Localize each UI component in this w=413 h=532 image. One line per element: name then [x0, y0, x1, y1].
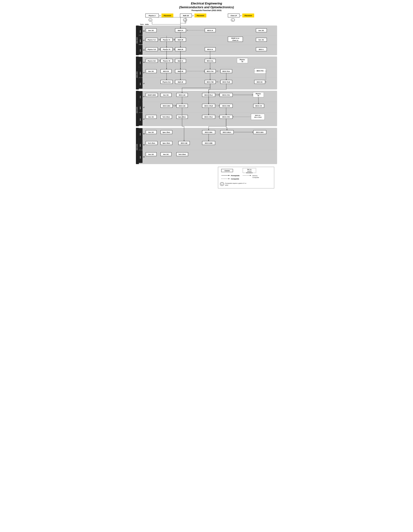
svg-text:or: or — [159, 15, 161, 17]
flowchart-container: Physics 2 or Placement Math 1B or Placem… — [136, 12, 277, 194]
svg-text:Prerequisite requires a grade : Prerequisite requires a grade of C or — [225, 182, 246, 184]
svg-text:EECS 10,: EECS 10, — [255, 115, 261, 116]
svg-text:2025-2026: 2025-2026 — [136, 144, 138, 150]
svg-text:Tech. Elect.: Tech. Elect. — [148, 142, 156, 144]
placement1-label: Placement — [164, 15, 171, 17]
placement3-label: Placement — [245, 15, 252, 17]
svg-text:Spec. Elect.: Spec. Elect. — [162, 132, 170, 133]
svg-text:EECS 170C: EECS 170C — [222, 116, 230, 118]
svg-text:EECS 70LB: EECS 70LB — [223, 81, 230, 83]
main-flowchart: Physics 2 or Placement Math 1B or Placem… — [136, 12, 277, 193]
svg-text:EECS 160A: EECS 160A — [256, 132, 264, 133]
svg-text:Physics 51A: Physics 51A — [162, 81, 171, 83]
svg-text:S26: S26 — [139, 156, 141, 159]
svg-text:17: 17 — [143, 83, 145, 84]
svg-text:C: C — [222, 183, 223, 185]
svg-text:2024-2025: 2024-2025 — [136, 107, 138, 113]
svg-text:Tech. Elect.: Tech. Elect. — [178, 153, 186, 155]
svg-text:elsewhere: elsewhere — [246, 172, 253, 173]
svg-text:Chem 1A: Chem 1A — [232, 39, 238, 41]
svg-text:Math 2A: Math 2A — [178, 30, 183, 31]
svg-text:C-: C- — [184, 19, 186, 21]
svg-text:W24: W24 — [139, 72, 141, 75]
svg-text:W23: W23 — [139, 39, 141, 42]
svg-text:14: 14 — [143, 49, 145, 51]
svg-text:EECS 170LB: EECS 170LB — [204, 105, 213, 107]
svg-text:EECS 159A: EECS 159A — [205, 132, 212, 133]
svg-text:EECS 170B: EECS 170B — [222, 105, 230, 107]
svg-text:Prerequisite: Prerequisite — [231, 175, 239, 176]
svg-text:EECS 188: EECS 188 — [181, 142, 187, 144]
svg-text:EECS 174: EECS 174 — [255, 105, 262, 107]
svg-text:Corequisite: Corequisite — [252, 177, 259, 178]
svg-text:Physics 7LC: Physics 7LC — [148, 39, 156, 41]
svg-text:F25: F25 — [139, 133, 141, 135]
math1b-label: Math 1B — [183, 15, 189, 17]
svg-text:Advisory: Advisory — [252, 175, 257, 176]
chem1p-label: Chem 1P — [231, 15, 237, 17]
placement2-label: Placement — [197, 15, 204, 17]
svg-text:Gen. Ed.: Gen. Ed. — [148, 153, 154, 155]
svg-text:or: or — [192, 15, 194, 17]
svg-text:Term: Term — [140, 24, 144, 25]
svg-text:W25: W25 — [139, 106, 141, 109]
svg-text:16: 16 — [143, 30, 145, 32]
svg-text:Units: Units — [145, 24, 149, 25]
svg-text:EECS 159B: EECS 159B — [205, 142, 212, 144]
svg-text:better: better — [225, 184, 228, 186]
svg-text:EECS 50: EECS 50 — [257, 81, 263, 83]
svg-text:EECS 170LC: EECS 170LC — [204, 116, 213, 118]
svg-text:EECS 31L: EECS 31L — [207, 60, 213, 62]
svg-text:7D: 7D — [241, 61, 243, 62]
svg-text:16: 16 — [143, 133, 145, 135]
svg-text:or: or — [240, 15, 242, 17]
svg-text:W26: W26 — [139, 144, 141, 147]
svg-text:S24: S24 — [139, 83, 141, 85]
svg-text:F24: F24 — [139, 96, 141, 98]
svg-text:Gen. Ed.: Gen. Ed. — [148, 30, 154, 31]
svg-text:Gen. Ed.: Gen. Ed. — [258, 30, 264, 31]
svg-text:Gen. Ed.: Gen. Ed. — [148, 70, 154, 72]
svg-text:course: course — [247, 170, 252, 172]
svg-text:EECS 160LA: EECS 160LA — [223, 132, 231, 133]
svg-text:Corequisite: Corequisite — [231, 178, 239, 180]
svg-text:Ref. to: Ref. to — [247, 169, 252, 170]
svg-text:S25: S25 — [139, 118, 141, 121]
svg-text:C-: C- — [232, 19, 234, 21]
physics2-label: Physics 2 — [149, 15, 156, 17]
svg-text:13: 13 — [143, 156, 145, 158]
svg-text:150 & 170LB: 150 & 170LB — [254, 116, 262, 118]
svg-text:EECS 55: EECS 55 — [163, 70, 169, 72]
svg-text:EECS 31: EECS 31 — [207, 49, 213, 50]
svg-text:ENGR 1A or: ENGR 1A or — [231, 38, 239, 39]
svg-text:15: 15 — [143, 144, 145, 146]
svg-text:2023-2024: 2023-2024 — [136, 71, 138, 78]
svg-text:Math 2E: Math 2E — [178, 81, 183, 83]
svg-text:F23: F23 — [139, 61, 141, 64]
svg-text:13: 13 — [143, 61, 145, 63]
svg-text:Gen. Ed.: Gen. Ed. — [163, 94, 169, 96]
svg-text:EECS 145: EECS 145 — [179, 94, 185, 96]
svg-text:Physics: Physics — [256, 93, 261, 95]
svg-text:Spec. Elect.: Spec. Elect. — [162, 142, 170, 144]
svg-text:EECS 150: EECS 150 — [179, 105, 185, 107]
svg-text:ENGR 190W: ENGR 190W — [148, 94, 156, 96]
svg-text:17: 17 — [143, 96, 145, 97]
svg-text:17: 17 — [143, 72, 145, 74]
svg-text:Math 2D: Math 2D — [178, 49, 183, 50]
svg-text:EECS 170A: EECS 170A — [222, 94, 230, 96]
svg-text:17: 17 — [143, 118, 145, 120]
svg-text:S23: S23 — [139, 49, 141, 52]
svg-text:EECS 70B: EECS 70B — [207, 81, 213, 83]
svg-text:Course: Course — [225, 170, 230, 171]
svg-text:EECS 70LA: EECS 70LA — [223, 70, 230, 72]
svg-text:EECS 180A: EECS 180A — [163, 105, 170, 107]
svg-text:EECS 1: EECS 1 — [259, 49, 264, 50]
svg-text:Gen. Ed.: Gen. Ed. — [258, 39, 264, 41]
svg-text:F22: F22 — [139, 30, 141, 32]
page-title: Electrical Engineering (Semiconductors a… — [134, 2, 279, 11]
svg-text:Physics: Physics — [240, 59, 245, 60]
svg-text:Physics 7LD: Physics 7LD — [148, 49, 156, 50]
svg-text:EECS 10: EECS 10 — [207, 30, 213, 31]
svg-text:Gen. Ed.: Gen. Ed. — [163, 153, 169, 155]
